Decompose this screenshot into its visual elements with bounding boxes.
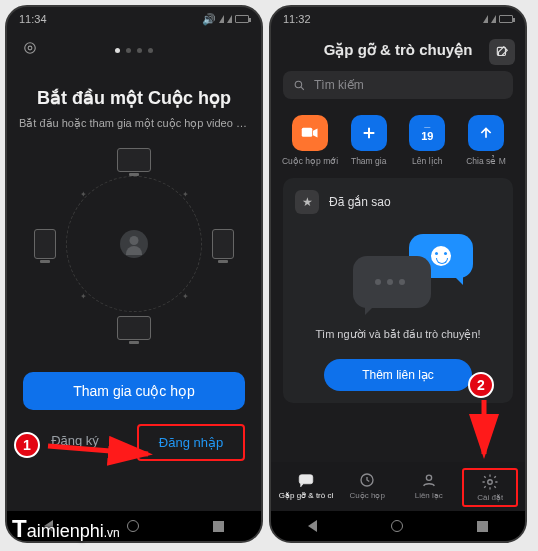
compose-icon bbox=[495, 45, 509, 59]
svg-point-0 bbox=[25, 43, 36, 54]
page-title: Bắt đầu một Cuộc họp bbox=[7, 87, 261, 109]
chat-illustration bbox=[295, 226, 501, 322]
svg-point-3 bbox=[295, 81, 302, 88]
callout-arrow-2 bbox=[472, 398, 502, 472]
starred-card: ★ Đã gắn sao Tìm người và bắt đầu trò ch… bbox=[283, 178, 513, 403]
plus-icon bbox=[351, 115, 387, 151]
search-field[interactable]: Tìm kiếm bbox=[283, 71, 513, 99]
signal-icon-2 bbox=[227, 15, 232, 23]
svg-point-7 bbox=[426, 475, 431, 480]
smiley-icon bbox=[431, 246, 451, 266]
add-contact-button[interactable]: Thêm liên lạc bbox=[324, 359, 472, 391]
contacts-icon bbox=[420, 471, 438, 489]
search-icon bbox=[293, 79, 306, 92]
status-time: 11:34 bbox=[19, 13, 47, 25]
settings-gear-icon[interactable] bbox=[21, 39, 39, 61]
card-message: Tìm người và bắt đầu trò chuyện! bbox=[295, 328, 501, 341]
callout-badge-1: 1 bbox=[14, 432, 40, 458]
svg-rect-4 bbox=[302, 128, 313, 137]
page-subtitle: Bắt đầu hoặc tham gia một cuộc họp video… bbox=[7, 117, 261, 130]
signal-icon-2 bbox=[491, 15, 496, 23]
nav-home-icon[interactable] bbox=[127, 520, 139, 532]
action-schedule[interactable]: —19 Lên lịch bbox=[400, 115, 454, 166]
status-bar: 11:34 🔊 bbox=[7, 7, 261, 31]
status-time: 11:32 bbox=[283, 13, 311, 25]
device-icon bbox=[34, 229, 56, 259]
gear-icon bbox=[481, 473, 499, 491]
signal-icon bbox=[483, 15, 488, 23]
device-icon bbox=[117, 316, 151, 340]
nav-recent-icon[interactable] bbox=[213, 521, 224, 532]
star-icon: ★ bbox=[295, 190, 319, 214]
svg-rect-5 bbox=[299, 475, 313, 484]
device-icon bbox=[212, 229, 234, 259]
action-share[interactable]: Chia sẻ M bbox=[459, 115, 513, 166]
tab-contacts[interactable]: Liên lạc bbox=[401, 468, 457, 507]
status-bar: 11:32 bbox=[271, 7, 525, 31]
battery-icon bbox=[235, 15, 249, 23]
battery-icon bbox=[499, 15, 513, 23]
chat-icon bbox=[297, 471, 315, 489]
svg-point-1 bbox=[28, 46, 32, 50]
video-icon bbox=[292, 115, 328, 151]
tab-settings[interactable]: Cài đặt bbox=[462, 468, 518, 507]
header-title: Gặp gỡ & trò chuyện bbox=[324, 41, 473, 59]
volume-icon: 🔊 bbox=[202, 13, 216, 26]
join-meeting-button[interactable]: Tham gia cuộc họp bbox=[23, 372, 245, 410]
signal-icon bbox=[219, 15, 224, 23]
nav-recent-icon[interactable] bbox=[477, 521, 488, 532]
share-arrow-icon bbox=[468, 115, 504, 151]
calendar-icon: —19 bbox=[409, 115, 445, 151]
page-indicator bbox=[115, 48, 153, 53]
search-placeholder: Tìm kiếm bbox=[314, 78, 364, 92]
watermark: Taimienphi.vn bbox=[12, 515, 120, 543]
device-icon bbox=[117, 148, 151, 172]
status-icons bbox=[483, 15, 513, 23]
quick-actions-row: Cuộc họp mới Tham gia —19 Lên lịch Chia … bbox=[271, 105, 525, 170]
svg-point-8 bbox=[488, 480, 493, 485]
action-join[interactable]: Tham gia bbox=[342, 115, 396, 166]
meeting-illustration: ✦✦✦✦ bbox=[44, 154, 224, 334]
nav-back-icon[interactable] bbox=[308, 520, 317, 532]
clock-icon bbox=[358, 471, 376, 489]
tab-meetings[interactable]: Cuộc họp bbox=[339, 468, 395, 507]
person-icon bbox=[120, 230, 148, 258]
action-new-meeting[interactable]: Cuộc họp mới bbox=[283, 115, 337, 166]
callout-arrow-1 bbox=[44, 432, 164, 476]
compose-button[interactable] bbox=[489, 39, 515, 65]
callout-badge-2: 2 bbox=[468, 372, 494, 398]
card-title: Đã gắn sao bbox=[329, 195, 391, 209]
tab-chat[interactable]: Gặp gỡ & trò ch... bbox=[278, 468, 334, 507]
status-icons: 🔊 bbox=[202, 13, 249, 26]
nav-home-icon[interactable] bbox=[391, 520, 403, 532]
